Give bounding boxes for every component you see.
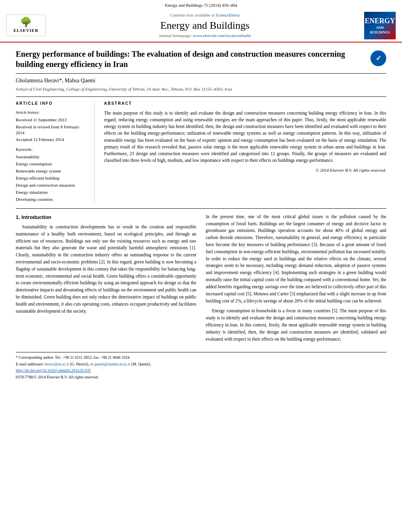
doi-line: http://dx.doi.org/10.1016/j.enbuild.2014…	[16, 368, 386, 374]
authors-names: Gholamreza Heravi*, Mahsa Qaemi	[16, 78, 95, 83]
email-footnote: E-mail addresses: heravi@ut.ac.ir (G. He…	[16, 361, 386, 367]
body-col-right: In the present time, one of the most cri…	[206, 213, 386, 346]
body-col-left: 1. Introduction Sustainability in constr…	[16, 213, 196, 346]
keyword-renewable-energy: Renewable energy system	[16, 168, 88, 174]
journal-homepage-line: journal homepage: www.elsevier.com/locat…	[46, 33, 364, 39]
section1-heading: 1. Introduction	[16, 213, 196, 221]
keyword-developing-countries: Developing countries	[16, 196, 88, 203]
article-footer: * Corresponding author. Tel.: +98 21 611…	[16, 352, 386, 380]
article-info-panel: ARTICLE INFO Article history: Received 1…	[16, 101, 95, 204]
email1-link[interactable]: heravi@ut.ac.ir	[45, 362, 69, 366]
history-label: Article history:	[16, 110, 88, 116]
journal-citation: Energy and Buildings 75 (2014) 456–464	[165, 3, 237, 7]
journal-logo-row: 🌳 ELSEVIER Contents lists available at S…	[0, 10, 402, 42]
email2-author: (M. Qaemi).	[131, 362, 151, 366]
journal-homepage-url[interactable]: www.elsevier.com/locate/enbuild	[193, 33, 251, 38]
keyword-energy-consumption: Energy consumption	[16, 161, 88, 167]
accepted-date: Accepted 12 February 2014	[16, 137, 88, 143]
affiliation: School of Civil Engineering, College of …	[16, 86, 386, 93]
crossmark-badge: ✓	[370, 50, 386, 66]
issn-line: 0378-7788/© 2014 Elsevier B.V. All right…	[16, 374, 386, 380]
keyword-sustainability: Sustainability	[16, 154, 88, 160]
article-title-section: Energy performance of buildings: The eva…	[16, 49, 386, 74]
footnote-star-line: * Corresponding author. Tel.: +98 21 611…	[16, 355, 386, 361]
eb-logo: ENERGY AND BUILDINGS	[364, 12, 396, 39]
abstract-text: The main purpose of this study is to ide…	[104, 110, 386, 164]
sciencedirect-link[interactable]: ScienceDirect	[216, 13, 240, 17]
sciencedirect-line: Contents lists available at ScienceDirec…	[46, 12, 364, 19]
authors-line: Gholamreza Heravi*, Mahsa Qaemi	[16, 77, 386, 85]
article-title: Energy performance of buildings: The eva…	[16, 49, 364, 69]
email1-author: (G. Heravi),	[70, 362, 89, 366]
eb-logo-line1: ENERGY	[365, 17, 395, 26]
received-revised-date: Received in revised form 8 February 2014	[16, 124, 88, 136]
section-divider	[16, 208, 386, 209]
elsevier-tree-icon: 🌳	[20, 17, 32, 27]
elsevier-name: ELSEVIER	[13, 28, 39, 34]
email2-link[interactable]: m.qaemi@alumni.ut.ac.ir	[90, 362, 130, 366]
article-info-abstract-section: ARTICLE INFO Article history: Received 1…	[16, 96, 386, 204]
keywords-label: Keywords:	[16, 147, 88, 153]
eb-logo-line2: AND	[376, 26, 384, 30]
intro-para-2: In the present time, one of the most cri…	[206, 213, 386, 305]
abstract-heading: ABSTRACT	[104, 101, 386, 107]
intro-para-1: Sustainability in construction developme…	[16, 224, 196, 315]
copyright-notice: © 2014 Elsevier B.V. All rights reserved…	[104, 167, 386, 174]
body-section: 1. Introduction Sustainability in constr…	[16, 213, 386, 346]
intro-para-3: Energy consumption in households is a fo…	[206, 308, 386, 343]
keyword-energy-efficient: Energy-efficient building	[16, 175, 88, 182]
keyword-energy-simulation: Energy simulation	[16, 189, 88, 196]
abstract-panel: ABSTRACT The main purpose of this study …	[104, 101, 386, 204]
email-label: E-mail addresses:	[16, 362, 44, 366]
article-info-heading: ARTICLE INFO	[16, 101, 88, 107]
journal-title-center: Contents lists available at ScienceDirec…	[46, 12, 364, 39]
keyword-design-construction: Design and construction measures	[16, 182, 88, 189]
journal-header: Energy and Buildings 75 (2014) 456–464 🌳…	[0, 0, 402, 43]
crossmark-icon: ✓	[376, 53, 382, 63]
main-content: Energy performance of buildings: The eva…	[0, 43, 402, 386]
doi-link[interactable]: http://dx.doi.org/10.1016/j.enbuild.2014…	[16, 368, 91, 373]
journal-main-title: Energy and Buildings	[46, 19, 364, 32]
eb-logo-line3: BUILDINGS	[370, 30, 390, 35]
received-date: Received 11 September 2013	[16, 117, 88, 123]
elsevier-logo: 🌳 ELSEVIER	[6, 15, 46, 36]
journal-citation-bar: Energy and Buildings 75 (2014) 456–464	[0, 2, 402, 10]
